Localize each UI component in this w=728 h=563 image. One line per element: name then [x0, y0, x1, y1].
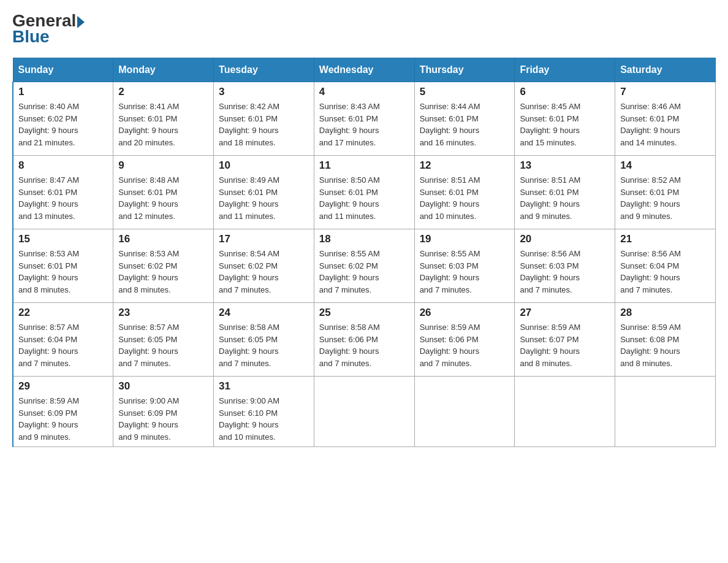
- calendar-week-row: 8 Sunrise: 8:47 AMSunset: 6:01 PMDayligh…: [13, 156, 716, 229]
- day-number: 12: [420, 159, 510, 172]
- calendar-cell: 11 Sunrise: 8:50 AMSunset: 6:01 PMDaylig…: [314, 156, 414, 229]
- calendar-cell: 12 Sunrise: 8:51 AMSunset: 6:01 PMDaylig…: [414, 156, 515, 229]
- day-info: Sunrise: 8:47 AMSunset: 6:01 PMDaylight:…: [18, 174, 108, 222]
- day-info: Sunrise: 8:59 AMSunset: 6:06 PMDaylight:…: [420, 321, 510, 369]
- day-number: 15: [18, 233, 108, 245]
- header-monday: Monday: [113, 58, 214, 82]
- header-wednesday: Wednesday: [314, 58, 414, 82]
- day-number: 21: [620, 233, 710, 245]
- day-number: 8: [18, 159, 108, 172]
- logo-blue-text: Blue: [12, 28, 50, 45]
- day-info: Sunrise: 8:53 AMSunset: 6:02 PMDaylight:…: [118, 248, 208, 296]
- calendar-cell: 26 Sunrise: 8:59 AMSunset: 6:06 PMDaylig…: [414, 303, 515, 377]
- calendar-cell: 7 Sunrise: 8:46 AMSunset: 6:01 PMDayligh…: [615, 82, 716, 156]
- calendar-week-row: 15 Sunrise: 8:53 AMSunset: 6:01 PMDaylig…: [13, 229, 716, 303]
- day-number: 7: [620, 86, 710, 98]
- calendar-cell: 27 Sunrise: 8:59 AMSunset: 6:07 PMDaylig…: [515, 303, 615, 377]
- page-header: General Blue: [12, 12, 716, 45]
- day-number: 27: [520, 307, 610, 319]
- day-number: 17: [219, 233, 309, 245]
- day-info: Sunrise: 8:41 AMSunset: 6:01 PMDaylight:…: [118, 101, 208, 148]
- calendar-cell: 22 Sunrise: 8:57 AMSunset: 6:04 PMDaylig…: [13, 303, 113, 377]
- day-number: 29: [18, 380, 108, 393]
- day-info: Sunrise: 8:57 AMSunset: 6:05 PMDaylight:…: [118, 321, 208, 369]
- day-number: 16: [118, 233, 208, 245]
- calendar-cell: 15 Sunrise: 8:53 AMSunset: 6:01 PMDaylig…: [13, 229, 113, 303]
- day-number: 1: [18, 86, 108, 98]
- logo-arrow-icon: [77, 16, 85, 28]
- day-number: 22: [18, 307, 108, 319]
- day-number: 14: [620, 159, 710, 172]
- day-info: Sunrise: 8:59 AMSunset: 6:07 PMDaylight:…: [520, 321, 610, 369]
- calendar-cell: [615, 377, 716, 447]
- calendar-cell: [515, 377, 615, 447]
- calendar-cell: 8 Sunrise: 8:47 AMSunset: 6:01 PMDayligh…: [13, 156, 113, 229]
- day-info: Sunrise: 8:40 AMSunset: 6:02 PMDaylight:…: [18, 101, 108, 148]
- calendar-cell: 23 Sunrise: 8:57 AMSunset: 6:05 PMDaylig…: [113, 303, 214, 377]
- calendar-cell: 18 Sunrise: 8:55 AMSunset: 6:02 PMDaylig…: [314, 229, 414, 303]
- calendar-cell: 19 Sunrise: 8:55 AMSunset: 6:03 PMDaylig…: [414, 229, 515, 303]
- day-number: 26: [420, 307, 510, 319]
- day-number: 4: [319, 86, 409, 98]
- day-number: 31: [219, 380, 309, 393]
- calendar-cell: 3 Sunrise: 8:42 AMSunset: 6:01 PMDayligh…: [214, 82, 314, 156]
- day-number: 11: [319, 159, 409, 172]
- day-info: Sunrise: 8:46 AMSunset: 6:01 PMDaylight:…: [620, 101, 710, 148]
- day-number: 10: [219, 159, 309, 172]
- day-info: Sunrise: 8:59 AMSunset: 6:09 PMDaylight:…: [18, 395, 108, 443]
- calendar-week-row: 1 Sunrise: 8:40 AMSunset: 6:02 PMDayligh…: [13, 82, 716, 156]
- day-info: Sunrise: 8:48 AMSunset: 6:01 PMDaylight:…: [118, 174, 208, 222]
- calendar-cell: 6 Sunrise: 8:45 AMSunset: 6:01 PMDayligh…: [515, 82, 615, 156]
- calendar-cell: 20 Sunrise: 8:56 AMSunset: 6:03 PMDaylig…: [515, 229, 615, 303]
- calendar-cell: 2 Sunrise: 8:41 AMSunset: 6:01 PMDayligh…: [113, 82, 214, 156]
- calendar-table: SundayMondayTuesdayWednesdayThursdayFrid…: [12, 58, 716, 447]
- day-info: Sunrise: 8:51 AMSunset: 6:01 PMDaylight:…: [420, 174, 510, 222]
- day-info: Sunrise: 8:58 AMSunset: 6:06 PMDaylight:…: [319, 321, 409, 369]
- calendar-cell: 4 Sunrise: 8:43 AMSunset: 6:01 PMDayligh…: [314, 82, 414, 156]
- day-number: 30: [118, 380, 208, 393]
- day-info: Sunrise: 8:56 AMSunset: 6:04 PMDaylight:…: [620, 248, 710, 296]
- calendar-cell: 13 Sunrise: 8:51 AMSunset: 6:01 PMDaylig…: [515, 156, 615, 229]
- day-info: Sunrise: 9:00 AMSunset: 6:09 PMDaylight:…: [118, 395, 208, 443]
- calendar-cell: 21 Sunrise: 8:56 AMSunset: 6:04 PMDaylig…: [615, 229, 716, 303]
- calendar-cell: 10 Sunrise: 8:49 AMSunset: 6:01 PMDaylig…: [214, 156, 314, 229]
- day-info: Sunrise: 8:42 AMSunset: 6:01 PMDaylight:…: [219, 101, 309, 148]
- day-info: Sunrise: 8:44 AMSunset: 6:01 PMDaylight:…: [420, 101, 510, 148]
- calendar-week-row: 29 Sunrise: 8:59 AMSunset: 6:09 PMDaylig…: [13, 377, 716, 447]
- day-number: 3: [219, 86, 309, 98]
- calendar-header-row: SundayMondayTuesdayWednesdayThursdayFrid…: [13, 58, 716, 82]
- calendar-cell: [314, 377, 414, 447]
- header-friday: Friday: [515, 58, 615, 82]
- day-info: Sunrise: 8:54 AMSunset: 6:02 PMDaylight:…: [219, 248, 309, 296]
- logo: General Blue: [12, 12, 85, 45]
- day-number: 13: [520, 159, 610, 172]
- calendar-cell: 25 Sunrise: 8:58 AMSunset: 6:06 PMDaylig…: [314, 303, 414, 377]
- day-number: 5: [420, 86, 510, 98]
- day-info: Sunrise: 8:56 AMSunset: 6:03 PMDaylight:…: [520, 248, 610, 296]
- day-number: 6: [520, 86, 610, 98]
- day-number: 19: [420, 233, 510, 245]
- calendar-cell: 17 Sunrise: 8:54 AMSunset: 6:02 PMDaylig…: [214, 229, 314, 303]
- day-number: 28: [620, 307, 710, 319]
- calendar-cell: 31 Sunrise: 9:00 AMSunset: 6:10 PMDaylig…: [214, 377, 314, 447]
- day-number: 2: [118, 86, 208, 98]
- day-info: Sunrise: 8:59 AMSunset: 6:08 PMDaylight:…: [620, 321, 710, 369]
- day-info: Sunrise: 8:53 AMSunset: 6:01 PMDaylight:…: [18, 248, 108, 296]
- day-number: 18: [319, 233, 409, 245]
- calendar-cell: 14 Sunrise: 8:52 AMSunset: 6:01 PMDaylig…: [615, 156, 716, 229]
- calendar-cell: 30 Sunrise: 9:00 AMSunset: 6:09 PMDaylig…: [113, 377, 214, 447]
- calendar-cell: 28 Sunrise: 8:59 AMSunset: 6:08 PMDaylig…: [615, 303, 716, 377]
- day-info: Sunrise: 8:45 AMSunset: 6:01 PMDaylight:…: [520, 101, 610, 148]
- day-info: Sunrise: 8:51 AMSunset: 6:01 PMDaylight:…: [520, 174, 610, 222]
- calendar-cell: 29 Sunrise: 8:59 AMSunset: 6:09 PMDaylig…: [13, 377, 113, 447]
- day-info: Sunrise: 8:58 AMSunset: 6:05 PMDaylight:…: [219, 321, 309, 369]
- calendar-cell: 9 Sunrise: 8:48 AMSunset: 6:01 PMDayligh…: [113, 156, 214, 229]
- header-saturday: Saturday: [615, 58, 716, 82]
- calendar-cell: 24 Sunrise: 8:58 AMSunset: 6:05 PMDaylig…: [214, 303, 314, 377]
- day-info: Sunrise: 8:55 AMSunset: 6:03 PMDaylight:…: [420, 248, 510, 296]
- calendar-week-row: 22 Sunrise: 8:57 AMSunset: 6:04 PMDaylig…: [13, 303, 716, 377]
- header-sunday: Sunday: [13, 58, 113, 82]
- day-number: 9: [118, 159, 208, 172]
- day-number: 24: [219, 307, 309, 319]
- calendar-cell: 5 Sunrise: 8:44 AMSunset: 6:01 PMDayligh…: [414, 82, 515, 156]
